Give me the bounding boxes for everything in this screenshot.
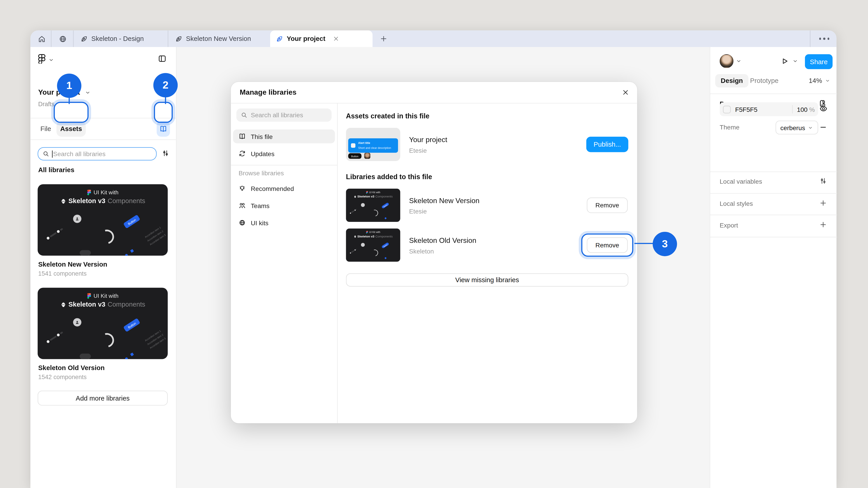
local-styles-section[interactable]: Local styles	[720, 200, 753, 207]
chevron-down-icon	[808, 125, 813, 130]
modal-search-field[interactable]	[237, 108, 332, 122]
more-menu-button[interactable]	[812, 31, 837, 47]
chevron-down-icon	[825, 78, 830, 84]
manage-libraries-dialog: Manage libraries This file Updates Brows…	[231, 82, 637, 423]
new-tab-button[interactable]	[375, 31, 392, 47]
libraries-section-heading: Libraries added to this file	[346, 173, 432, 181]
chevron-down-icon[interactable]	[85, 90, 91, 96]
toggle-sidebar-icon[interactable]	[158, 54, 166, 63]
thumb-avatar-shape	[73, 215, 81, 223]
home-button[interactable]	[33, 31, 50, 47]
tab-your-project[interactable]: Your project	[270, 31, 373, 47]
library-card-title: Skeleton Old Version	[38, 364, 105, 372]
dialog-title: Manage libraries	[240, 88, 296, 96]
nav-teams[interactable]: Teams	[233, 199, 335, 213]
figma-menu-button[interactable]	[37, 54, 46, 64]
nav-ui-kits[interactable]: UI kits	[233, 216, 335, 230]
eye-icon[interactable]	[819, 105, 828, 113]
chevron-down-icon[interactable]	[48, 57, 54, 63]
share-button[interactable]: Share	[805, 54, 833, 69]
callout-stem	[165, 97, 166, 104]
tab-label: Skeleton New Version	[186, 35, 251, 42]
divider	[710, 94, 837, 94]
thumb-spinner-shape	[370, 248, 379, 257]
export-section[interactable]: Export	[720, 222, 738, 228]
alert-icon	[351, 143, 355, 148]
library-owner: Skeleton	[409, 248, 434, 254]
right-panel: Share Design Prototype 14% Page F5F5F5 1…	[710, 47, 837, 488]
callout-1: 1	[57, 74, 81, 98]
thumb-button-shape: Button	[123, 215, 141, 229]
thumb-toggle-shape	[80, 250, 91, 256]
local-variables-section[interactable]: Local variables	[720, 178, 762, 185]
library-card-skeleton-new-version[interactable]: UI Kit with Skeleton v3Components Button…	[38, 184, 168, 256]
nav-this-file[interactable]: This file	[233, 129, 335, 143]
filter-icon[interactable]	[162, 149, 169, 157]
callout-ring-libraries-button	[154, 102, 173, 123]
present-play-icon[interactable]	[780, 57, 789, 65]
add-export-icon[interactable]	[819, 221, 827, 228]
close-dialog-icon[interactable]	[620, 88, 630, 97]
nav-recommended[interactable]: Recommended	[233, 182, 335, 195]
library-title: Skeleton Old Version	[409, 236, 476, 245]
thumb-kit-line: UI Kit with	[346, 231, 400, 233]
library-card-skeleton-old-version[interactable]: UI Kit with Skeleton v3Components Button…	[38, 288, 168, 359]
variables-icon[interactable]	[819, 177, 827, 185]
thumb-button-shape: Button	[381, 202, 389, 209]
zoom-control[interactable]: 14%	[809, 77, 831, 85]
file-location[interactable]: Drafts	[38, 101, 55, 107]
thumb-title-line: Skeleton v3Components	[38, 197, 168, 205]
percent-sign: %	[809, 106, 815, 112]
nav-updates[interactable]: Updates	[233, 147, 335, 160]
chevron-down-icon[interactable]	[736, 58, 742, 64]
thumb-title-line: Skeleton v3Components	[346, 195, 400, 198]
thumb-spinner-shape	[370, 208, 379, 218]
modal-search-input[interactable]	[251, 112, 336, 119]
view-missing-libraries-button[interactable]: View missing libraries	[346, 273, 628, 287]
avatar[interactable]	[720, 54, 734, 68]
remove-library-button-highlighted[interactable]: Remove	[587, 237, 628, 253]
thumb-kit-line: UI Kit with	[38, 189, 168, 195]
publish-button[interactable]: Publish...	[586, 137, 628, 152]
add-style-icon[interactable]	[819, 199, 827, 207]
search-icon	[43, 151, 49, 157]
color-opacity-value[interactable]: 100	[797, 106, 807, 112]
color-hex-value[interactable]: F5F5F5	[735, 106, 792, 112]
zoom-level: 14%	[809, 77, 822, 85]
minus-icon[interactable]	[819, 123, 827, 131]
remove-library-button[interactable]: Remove	[587, 197, 628, 213]
project-thumbnail: Alert title Short and clear description …	[346, 128, 400, 161]
thumb-slider-shape	[46, 228, 63, 240]
tab-design[interactable]: Design	[715, 74, 748, 88]
callout-2: 2	[153, 73, 178, 97]
browse-libraries-label: Browse libraries	[239, 170, 284, 176]
callout-stem	[634, 242, 653, 244]
theme-dropdown[interactable]: cerberus	[776, 121, 818, 134]
thumb-spinner-shape	[97, 227, 117, 247]
tab-file[interactable]: File	[40, 125, 51, 133]
tab-bar: Skeleton - Design Skeleton New Version Y…	[31, 31, 837, 47]
chevron-down-icon[interactable]	[792, 58, 798, 64]
callout-ring-assets	[54, 102, 89, 123]
tab-prototype[interactable]: Prototype	[750, 77, 778, 85]
book-icon	[239, 133, 246, 140]
thumb-toggle-shape	[80, 354, 91, 359]
callout-stem	[68, 98, 70, 104]
globe-icon	[239, 219, 246, 226]
project-owner: Etesie	[409, 147, 427, 154]
divider	[31, 139, 177, 140]
search-input[interactable]	[53, 151, 152, 157]
color-swatch[interactable]	[723, 105, 731, 113]
page-color-row[interactable]: F5F5F5 100 %	[720, 102, 818, 116]
search-icon	[241, 112, 247, 119]
community-button[interactable]	[53, 31, 72, 47]
close-tab-icon[interactable]	[333, 35, 339, 42]
tab-assets[interactable]: Assets	[57, 121, 86, 137]
divider	[337, 103, 338, 423]
libraries-button[interactable]	[157, 121, 170, 137]
divider	[231, 165, 337, 165]
assets-search-field[interactable]	[38, 147, 157, 160]
tab-skeleton-new-version[interactable]: Skeleton New Version	[169, 31, 270, 47]
tab-skeleton-design[interactable]: Skeleton - Design	[75, 31, 167, 47]
add-more-libraries-button[interactable]: Add more libraries	[38, 391, 168, 405]
